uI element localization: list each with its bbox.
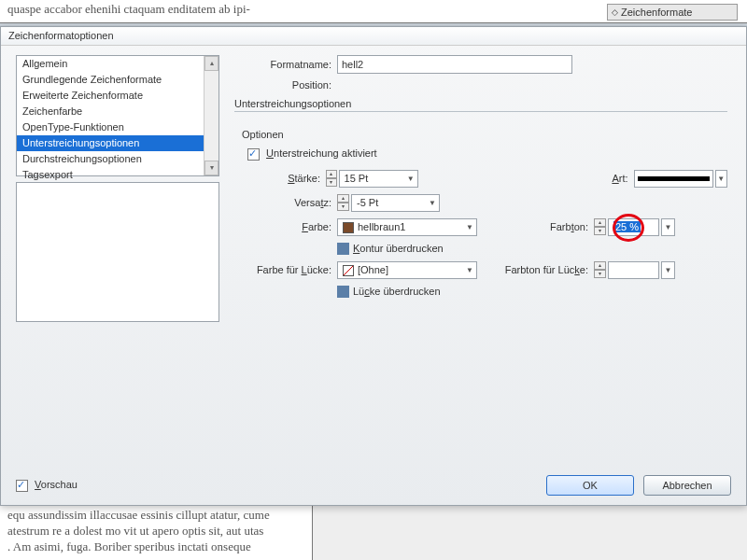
step-down-icon: ▾ (326, 178, 337, 187)
step-up-icon: ▴ (326, 170, 337, 178)
scroll-up-icon[interactable]: ▴ (204, 56, 218, 71)
dialog-content: Formatname: Position: Unterstreichungsop… (234, 55, 727, 304)
nav-item-zeichenfarbe[interactable]: Zeichenfarbe (17, 104, 218, 119)
formatname-input[interactable] (337, 55, 572, 74)
underline-active-checkbox[interactable] (247, 148, 260, 161)
farbe-luecke-dropdown[interactable]: [Ohne]▼ (337, 261, 477, 279)
panel-tab-zeichenformate[interactable]: ◇ Zeichenformate (607, 4, 738, 21)
luecke-ueber-checkbox[interactable] (337, 286, 349, 298)
art-dropdown[interactable] (634, 170, 713, 188)
doc-background-bottom: equ assundissim illaccusae essinis cillu… (0, 506, 313, 560)
chevron-down-icon: ▼ (407, 175, 415, 183)
ok-button[interactable]: OK (546, 475, 634, 496)
step-down-icon: ▾ (594, 227, 606, 235)
options-heading: Optionen (242, 129, 727, 140)
scroll-down-icon[interactable]: ▾ (204, 161, 218, 175)
none-swatch-icon (343, 265, 354, 276)
nav-item-allgemein[interactable]: Allgemein (17, 56, 218, 72)
diamond-icon: ◇ (612, 7, 618, 17)
panel-tab-label: Zeichenformate (621, 7, 692, 18)
farbton-stepper[interactable]: ▴▾ (594, 218, 606, 235)
versatz-dropdown[interactable]: -5 Pt▼ (351, 194, 440, 212)
versatz-label: Versatz: (234, 197, 337, 208)
doc-text: quaspe accabor ehenihi ctaquam enditatem… (7, 2, 250, 16)
kontur-checkbox[interactable] (337, 243, 349, 255)
dialog-title: Zeichenformatoptionen (1, 27, 746, 46)
farbton-luecke-dropdown-arrow[interactable]: ▼ (661, 261, 675, 279)
chevron-down-icon: ▼ (429, 199, 436, 207)
nav-item-tagsexport[interactable]: Tagsexport (17, 167, 218, 183)
cancel-button[interactable]: Abbrechen (643, 475, 731, 496)
staerke-stepper[interactable]: ▴▾ (326, 170, 337, 187)
style-preview-box (16, 182, 219, 322)
dialog-nav: Allgemein Grundlegende Zeichenformate Er… (16, 55, 219, 322)
formatname-label: Formatname: (234, 59, 337, 70)
farbton-dropdown-arrow[interactable]: ▼ (661, 218, 675, 236)
character-style-options-dialog: Zeichenformatoptionen Allgemein Grundleg… (0, 26, 747, 506)
farbe-luecke-label: Farbe für Lücke: (234, 264, 337, 275)
step-down-icon: ▾ (337, 203, 349, 211)
preview-label: Vorschau (35, 479, 78, 490)
staerke-dropdown[interactable]: 15 Pt▼ (339, 170, 418, 188)
line-style-icon (638, 176, 710, 181)
nav-item-unterstreichung[interactable]: Unterstreichungsoptionen (17, 135, 218, 151)
nav-item-grundlegende[interactable]: Grundlegende Zeichenformate (17, 72, 218, 88)
doc-text: atestrum re a dolest mo vit ut apero opt… (7, 524, 304, 539)
kontur-label: Kontur überdrucken (353, 243, 444, 254)
step-down-icon: ▾ (594, 270, 606, 278)
step-up-icon: ▴ (594, 218, 606, 227)
nav-list[interactable]: Allgemein Grundlegende Zeichenformate Er… (16, 55, 219, 176)
farbton-luecke-stepper[interactable]: ▴▾ (594, 261, 606, 278)
step-up-icon: ▴ (594, 261, 606, 270)
farbton-input[interactable]: 25 % (608, 218, 659, 236)
position-label: Position: (234, 79, 337, 91)
underline-active-label: Unterstreichung aktiviert (266, 147, 377, 159)
nav-scrollbar[interactable]: ▴ ▾ (204, 56, 218, 175)
doc-text: equ assundissim illaccusae essinis cillu… (7, 508, 304, 524)
chevron-down-icon: ▼ (466, 223, 473, 231)
staerke-label: Stärke: (234, 173, 326, 184)
art-dropdown-arrow[interactable]: ▼ (715, 170, 728, 188)
farbe-label: Farbe: (234, 221, 337, 232)
versatz-stepper[interactable]: ▴▾ (337, 194, 349, 211)
farbton-luecke-label: Farbton für Lücke: (477, 264, 594, 275)
chevron-down-icon: ▼ (466, 266, 473, 274)
art-label: Art: (418, 173, 634, 184)
farbton-luecke-input[interactable] (608, 261, 659, 279)
luecke-ueber-label: Lücke überdrucken (353, 286, 441, 297)
doc-text: . Am asimi, fuga. Boriber speribus incta… (7, 539, 304, 555)
step-up-icon: ▴ (337, 194, 349, 203)
preview-checkbox[interactable] (16, 480, 28, 492)
color-swatch-icon (343, 222, 354, 233)
farbe-dropdown[interactable]: hellbraun1▼ (337, 218, 477, 236)
section-title: Unterstreichungsoptionen (234, 98, 727, 112)
nav-item-erweiterte[interactable]: Erweiterte Zeichenformate (17, 88, 218, 104)
farbton-label: Farbton: (477, 221, 594, 232)
nav-item-opentype[interactable]: OpenType-Funktionen (17, 119, 218, 135)
nav-item-durchstreichung[interactable]: Durchstreichungsoptionen (17, 151, 218, 167)
